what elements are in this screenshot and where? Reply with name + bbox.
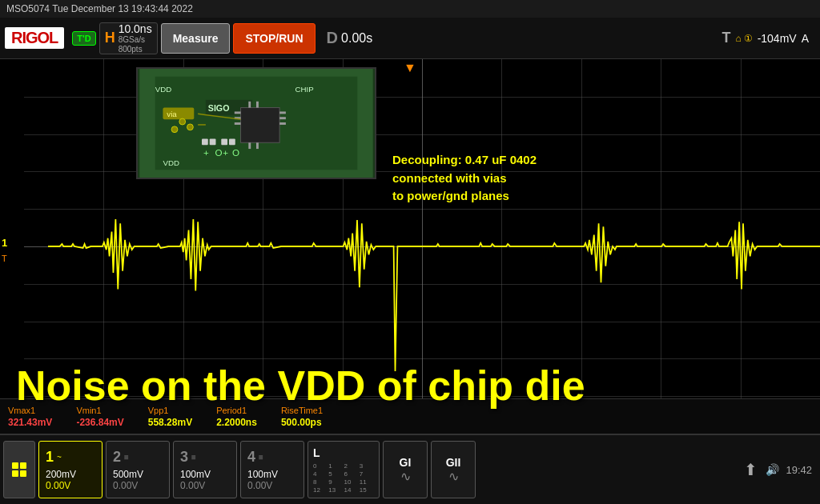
time-display: 19:42 xyxy=(786,464,812,476)
svg-rect-22 xyxy=(221,138,227,145)
rigol-logo: RIGOL xyxy=(5,27,64,49)
trigger-icon-1: ① xyxy=(744,33,753,44)
svg-text:+: + xyxy=(203,147,209,158)
menu-button[interactable] xyxy=(3,441,35,498)
delay-section: D 0.00s xyxy=(319,22,381,54)
ch-voltage-2: 500mV xyxy=(113,469,163,480)
svg-rect-13 xyxy=(279,111,286,114)
logic-ch-7: 7 xyxy=(360,470,374,478)
gi-label-2: GII xyxy=(446,456,461,469)
logic-analyzer-block[interactable]: L 0123456789101112131415 xyxy=(308,441,380,498)
meas-value-4: 500.00ps xyxy=(281,417,323,428)
svg-rect-12 xyxy=(235,122,241,125)
toolbar: RIGOL T'D H 10.0ns 8GSa/s800pts Measure … xyxy=(0,18,820,59)
ch-voltage-4: 100mV xyxy=(247,469,297,480)
logic-ch-8: 8 xyxy=(313,478,328,486)
channel-block-1[interactable]: 1 ~ 200mV 0.00V xyxy=(38,441,102,498)
logic-ch-4: 4 xyxy=(313,470,328,478)
logic-ch-0: 0 xyxy=(313,462,328,470)
svg-point-32 xyxy=(171,126,178,133)
svg-rect-21 xyxy=(210,138,216,145)
svg-text:via: via xyxy=(167,110,177,118)
ch-wave-1: ~ xyxy=(57,453,62,462)
gi-label-1: GI xyxy=(400,456,412,469)
ch-voltage-3: 100mV xyxy=(180,469,230,480)
logic-label: L xyxy=(313,446,374,459)
status-bar: MSO5074 Tue December 13 19:43:44 2022 xyxy=(0,0,820,18)
ch-header-1: 1 ~ xyxy=(46,449,95,466)
logic-ch-14: 14 xyxy=(344,486,359,494)
svg-rect-19 xyxy=(256,142,259,149)
ch-number-4: 4 xyxy=(247,449,255,466)
annotation-text: Decoupling: 0.47 uF 0402 connected with … xyxy=(392,151,537,206)
ch-number-1: 1 xyxy=(46,449,54,466)
logic-ch-9: 9 xyxy=(328,478,343,486)
trigger-section: T ⌂ ① -104mV A xyxy=(715,22,815,54)
svg-rect-16 xyxy=(248,102,251,108)
menu-grid-icon xyxy=(12,462,26,477)
td-badge[interactable]: T'D xyxy=(72,31,95,46)
ch1-left-marker: 1 xyxy=(2,237,7,249)
trigger-left-marker: T xyxy=(2,254,7,263)
logic-ch-5: 5 xyxy=(328,470,343,478)
logic-ch-3: 3 xyxy=(360,462,374,470)
svg-text:VDD: VDD xyxy=(163,158,179,167)
meas-value-1: -236.84mV xyxy=(76,417,123,428)
svg-rect-9 xyxy=(241,108,280,143)
channel-block-3[interactable]: 3 ≡ 100mV 0.00V xyxy=(173,441,237,498)
volume-icon: 🔊 xyxy=(766,463,779,476)
svg-text:O: O xyxy=(215,147,223,158)
svg-point-30 xyxy=(179,118,186,125)
ch-offset-2: 0.00V xyxy=(113,480,163,491)
d-label: D xyxy=(327,29,338,47)
meas-value-2: 558.28mV xyxy=(148,417,192,428)
measure-button[interactable]: Measure xyxy=(161,23,231,54)
ch-header-2: 2 ≡ xyxy=(113,449,163,466)
channel-block-2[interactable]: 2 ≡ 500mV 0.00V xyxy=(106,441,170,498)
gi-block-1[interactable]: GI ∿ xyxy=(383,441,428,498)
trigger-channel: A xyxy=(802,32,809,45)
gi-wave-1: ∿ xyxy=(400,469,411,484)
timebase-value: 10.0ns xyxy=(119,22,152,35)
sample-rate: 8GSa/s800pts xyxy=(119,35,145,54)
ch-voltage-1: 200mV xyxy=(46,469,95,480)
annotation-line1: Decoupling: 0.47 uF 0402 xyxy=(392,151,537,170)
svg-rect-17 xyxy=(256,102,259,108)
annotation-line3: to power/gnd planes xyxy=(392,187,537,206)
gi-block-2[interactable]: GII ∿ xyxy=(431,441,476,498)
svg-rect-18 xyxy=(248,142,251,149)
svg-rect-20 xyxy=(202,138,208,145)
trigger-level-value: -104mV xyxy=(758,32,797,45)
logic-ch-1: 1 xyxy=(328,462,343,470)
svg-rect-14 xyxy=(279,117,286,119)
ch1-waveform xyxy=(48,219,820,371)
logic-ch-11: 11 xyxy=(360,478,374,486)
svg-text:+: + xyxy=(223,147,228,158)
ch-wave-4: ≡ xyxy=(259,453,263,462)
logic-ch-6: 6 xyxy=(344,470,359,478)
ch-offset-3: 0.00V xyxy=(180,480,230,491)
delay-value: 0.00s xyxy=(341,31,372,46)
oscilloscope-display: ▼ 1 T via SIGO VDD CHIP VDD xyxy=(0,59,820,434)
ch-offset-1: 0.00V xyxy=(46,480,95,491)
svg-rect-15 xyxy=(279,122,286,125)
logic-grid: 0123456789101112131415 xyxy=(313,462,374,494)
meas-value-3: 2.2000ns xyxy=(216,417,257,428)
ch-wave-2: ≡ xyxy=(124,453,129,462)
ch-wave-3: ≡ xyxy=(191,453,196,462)
svg-text:O: O xyxy=(232,147,239,158)
annotation-line2: connected with vias xyxy=(392,170,537,188)
logic-ch-13: 13 xyxy=(328,486,343,494)
gi-wave-2: ∿ xyxy=(448,469,459,484)
channel-bar: 1 ~ 200mV 0.00V 2 ≡ 500mV 0.00V 3 ≡ 100m… xyxy=(0,434,820,504)
pcb-image: via SIGO VDD CHIP VDD xyxy=(136,67,376,179)
stop-run-button[interactable]: STOP/RUN xyxy=(233,23,315,54)
h-label: H xyxy=(105,30,115,46)
logic-ch-10: 10 xyxy=(344,478,359,486)
ch-offset-4: 0.00V xyxy=(247,480,297,491)
channel-block-4[interactable]: 4 ≡ 100mV 0.00V xyxy=(240,441,304,498)
logic-ch-12: 12 xyxy=(313,486,328,494)
ch-header-4: 4 ≡ xyxy=(247,449,297,466)
status-text: MSO5074 Tue December 13 19:43:44 2022 xyxy=(6,3,193,14)
trigger-icon-house: ⌂ xyxy=(735,33,741,44)
